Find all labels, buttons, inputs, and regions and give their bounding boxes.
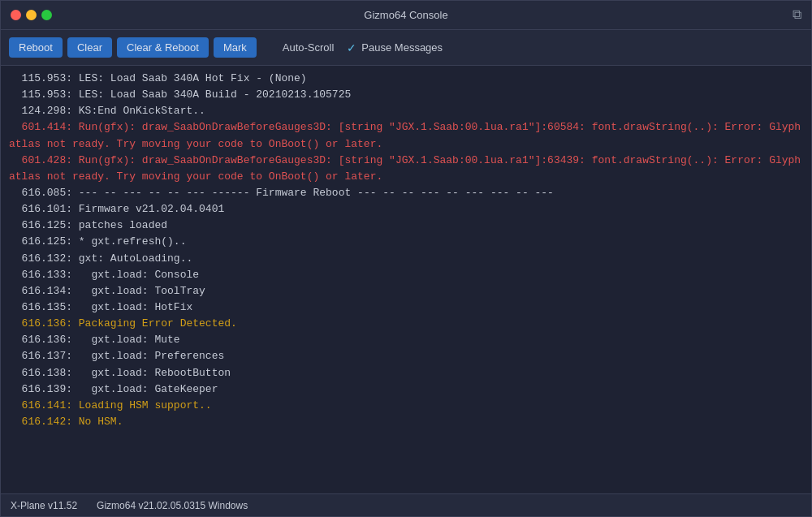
mark-button[interactable]: Mark bbox=[214, 37, 257, 58]
log-line: 616.139: gxt.load: GateKeeper bbox=[9, 381, 803, 398]
log-line: 616.134: gxt.load: ToolTray bbox=[9, 283, 803, 299]
log-line: 616.141: Loading HSM support.. bbox=[9, 398, 803, 414]
log-line: 616.138: gxt.load: RebootButton bbox=[9, 365, 803, 381]
log-line: 124.298: KS:End OnKickStart.. bbox=[9, 103, 803, 119]
clear-reboot-button[interactable]: Clear & Reboot bbox=[117, 37, 209, 58]
close-button[interactable] bbox=[11, 10, 21, 20]
toolbar-checkboxes: Auto-Scroll ✓ Pause Messages bbox=[283, 41, 443, 54]
log-line: 601.414: Run(gfx): draw_SaabOnDrawBefore… bbox=[9, 119, 803, 152]
console-output[interactable]: 115.953: LES: Load Saab 340A Hot Fix - (… bbox=[1, 66, 811, 493]
maximize-button[interactable] bbox=[41, 10, 52, 20]
log-line: 616.136: Packaging Error Detected. bbox=[9, 316, 803, 332]
minimize-button[interactable] bbox=[26, 10, 37, 20]
auto-scroll-checkbox[interactable]: Auto-Scroll bbox=[283, 41, 335, 54]
xplane-version: X-Plane v11.52 bbox=[11, 500, 77, 511]
log-line: 616.125: patches loaded bbox=[9, 218, 803, 234]
log-line: 616.125: * gxt.refresh().. bbox=[9, 234, 803, 250]
pause-messages-checkbox[interactable]: ✓ Pause Messages bbox=[347, 41, 443, 54]
log-line: 616.101: Firmware v21.02.04.0401 bbox=[9, 201, 803, 218]
window-controls bbox=[11, 10, 52, 20]
pause-messages-label: Pause Messages bbox=[361, 41, 443, 54]
auto-scroll-label: Auto-Scroll bbox=[283, 41, 335, 54]
log-line: 115.953: LES: Load Saab 340A Hot Fix - (… bbox=[9, 71, 803, 87]
log-line: 616.135: gxt.load: HotFix bbox=[9, 299, 803, 316]
check-icon: ✓ bbox=[347, 41, 356, 54]
title-bar: Gizmo64 Console ⧉ bbox=[1, 1, 811, 30]
log-line: 616.137: gxt.load: Preferences bbox=[9, 348, 803, 364]
window-icon[interactable]: ⧉ bbox=[793, 7, 801, 23]
status-bar: X-Plane v11.52 Gizmo64 v21.02.05.0315 Wi… bbox=[1, 493, 811, 516]
reboot-button[interactable]: Reboot bbox=[9, 37, 63, 58]
log-line: 115.953: LES: Load Saab 340A Build - 202… bbox=[9, 87, 803, 103]
log-line: 616.133: gxt.load: Console bbox=[9, 267, 803, 283]
log-line: 601.428: Run(gfx): draw_SaabOnDrawBefore… bbox=[9, 153, 803, 185]
toolbar: Reboot Clear Clear & Reboot Mark Auto-Sc… bbox=[1, 30, 811, 66]
log-line: 616.136: gxt.load: Mute bbox=[9, 332, 803, 348]
clear-button[interactable]: Clear bbox=[67, 37, 112, 58]
log-line: 616.132: gxt: AutoLoading.. bbox=[9, 251, 803, 267]
log-line: 616.085: --- -- --- -- -- --- ------ Fir… bbox=[9, 185, 803, 201]
window-title: Gizmo64 Console bbox=[364, 9, 447, 21]
main-window: Gizmo64 Console ⧉ Reboot Clear Clear & R… bbox=[0, 0, 812, 517]
gizmo-version: Gizmo64 v21.02.05.0315 Windows bbox=[97, 500, 248, 511]
log-line: 616.142: No HSM. bbox=[9, 414, 803, 430]
